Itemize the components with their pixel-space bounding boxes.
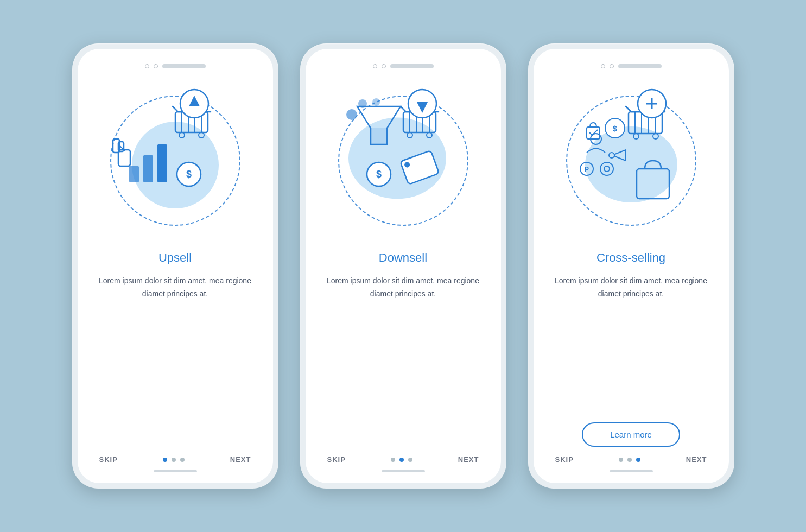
- svg-text:$: $: [186, 169, 191, 180]
- cross-selling-screen: $ P: [534, 49, 729, 483]
- top-bar: [94, 64, 257, 68]
- cross-selling-skip-btn[interactable]: SKIP: [555, 455, 574, 464]
- camera-dot-3: [601, 64, 605, 68]
- phone-cross-selling: $ P: [528, 43, 734, 489]
- svg-point-22: [372, 98, 380, 106]
- svg-point-15: [199, 132, 204, 138]
- cross-selling-desc: Lorem ipsum dolor sit dim amet, mea regi…: [550, 275, 713, 411]
- cross-selling-home-bar: [610, 470, 653, 472]
- notch-bar-2: [390, 64, 434, 68]
- upsell-skip-btn[interactable]: SKIP: [99, 455, 118, 464]
- downsell-dots: [391, 458, 412, 462]
- downsell-home-bar: [382, 470, 425, 472]
- cross-selling-title: Cross-selling: [596, 251, 665, 265]
- downsell-desc: Lorem ipsum dolor sit dim amet, mea regi…: [322, 275, 485, 445]
- upsell-screen: $: [78, 49, 273, 483]
- dot-1c: [619, 458, 623, 462]
- dot-1b: [391, 458, 395, 462]
- dot-1: [163, 458, 167, 462]
- upsell-home-bar: [154, 470, 197, 472]
- svg-rect-46: [637, 169, 669, 199]
- svg-point-52: [609, 153, 614, 158]
- dot-3b: [408, 458, 412, 462]
- phone-downsell: $ Downsell Lorem ipsum dolor sit dim ame…: [300, 43, 506, 489]
- learn-more-button[interactable]: Learn more: [582, 422, 680, 447]
- svg-point-20: [346, 109, 357, 120]
- downsell-illustration: $: [333, 79, 474, 242]
- notch-bar: [162, 64, 206, 68]
- svg-marker-19: [371, 128, 387, 144]
- top-bar-2: [322, 64, 485, 68]
- svg-rect-34: [400, 150, 439, 185]
- svg-text:$: $: [613, 124, 617, 133]
- sensor-dot-3: [610, 64, 614, 68]
- svg-rect-5: [143, 155, 153, 182]
- sensor-dot-2: [382, 64, 386, 68]
- camera-dot-2: [373, 64, 377, 68]
- upsell-desc: Lorem ipsum dolor sit dim amet, mea regi…: [94, 275, 257, 445]
- dot-2c: [627, 458, 632, 462]
- upsell-title: Upsell: [158, 251, 192, 265]
- downsell-bottom-nav: SKIP NEXT: [322, 455, 485, 464]
- svg-rect-6: [157, 144, 167, 182]
- upsell-dots: [163, 458, 185, 462]
- sensor-dot: [154, 64, 158, 68]
- svg-text:$: $: [376, 169, 381, 180]
- upsell-illustration: $: [105, 79, 246, 242]
- svg-rect-0: [118, 150, 130, 166]
- phone-upsell: $: [72, 43, 278, 489]
- downsell-title: Downsell: [379, 251, 427, 265]
- downsell-skip-btn[interactable]: SKIP: [327, 455, 346, 464]
- svg-text:P: P: [584, 166, 588, 173]
- dot-2: [172, 458, 176, 462]
- svg-rect-55: [587, 127, 600, 139]
- screens-container: $: [72, 43, 734, 489]
- svg-point-14: [179, 132, 185, 138]
- dot-3: [180, 458, 185, 462]
- dot-2b: [399, 458, 404, 462]
- upsell-next-btn[interactable]: NEXT: [230, 455, 251, 464]
- svg-point-29: [427, 132, 432, 138]
- upsell-svg: $: [105, 79, 235, 210]
- camera-dot: [145, 64, 149, 68]
- notch-bar-3: [618, 64, 662, 68]
- svg-point-28: [407, 132, 412, 138]
- svg-point-42: [653, 134, 658, 139]
- cross-selling-next-btn[interactable]: NEXT: [686, 455, 707, 464]
- svg-point-21: [358, 99, 367, 108]
- svg-point-41: [633, 134, 639, 139]
- dot-3c: [636, 458, 640, 462]
- top-bar-3: [550, 64, 713, 68]
- svg-point-50: [600, 162, 613, 175]
- cross-selling-dots: [619, 458, 640, 462]
- cross-selling-svg: $ P: [561, 79, 691, 210]
- downsell-screen: $ Downsell Lorem ipsum dolor sit dim ame…: [306, 49, 501, 483]
- downsell-svg: $: [333, 79, 463, 210]
- svg-rect-4: [129, 166, 139, 182]
- cross-selling-illustration: $ P: [561, 79, 702, 242]
- cross-selling-bottom-nav: SKIP NEXT: [550, 455, 713, 464]
- downsell-next-btn[interactable]: NEXT: [458, 455, 479, 464]
- upsell-bottom-nav: SKIP NEXT: [94, 455, 257, 464]
- svg-point-51: [604, 166, 610, 172]
